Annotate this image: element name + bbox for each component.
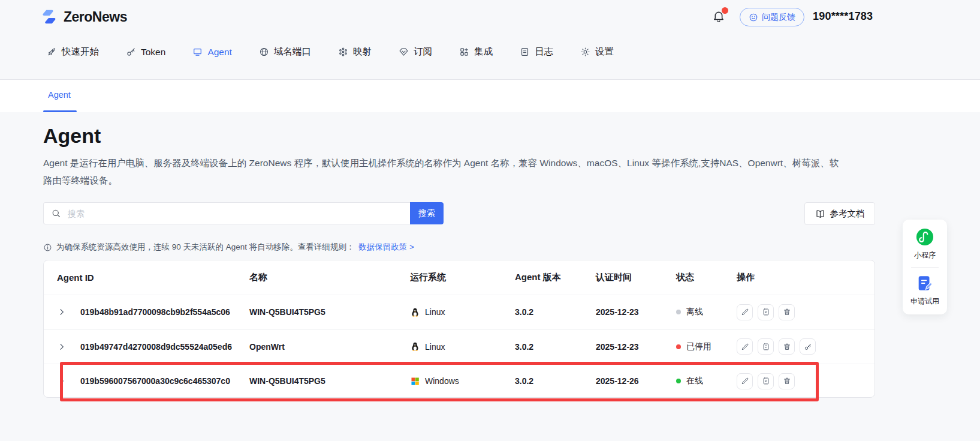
status-text: 已停用 <box>686 341 711 352</box>
nav-item-订阅[interactable]: 订阅 <box>399 46 432 58</box>
miniprogram-icon <box>916 228 934 246</box>
agent-id: 019b596007567000a30c9c6c465307c0 <box>80 376 249 386</box>
log-button[interactable] <box>758 373 774 389</box>
status-dot <box>676 344 681 349</box>
agent-version: 3.0.2 <box>515 307 596 317</box>
status-badge: 已停用 <box>676 341 737 352</box>
subnav-bar: Agent <box>0 80 980 112</box>
linux-penguin-icon <box>410 307 420 317</box>
status-dot <box>676 379 681 383</box>
agent-name: WIN-Q5BUI4T5PG5 <box>249 376 410 386</box>
row-expand-chevron[interactable] <box>57 307 67 317</box>
search-input[interactable] <box>43 202 410 224</box>
notification-badge <box>722 7 728 14</box>
log-button[interactable] <box>758 338 774 355</box>
delete-button[interactable] <box>779 304 795 320</box>
agent-id: 019b48b91ad7700098cb9b2f554a5c06 <box>80 307 249 317</box>
search-button[interactable]: 搜索 <box>410 202 444 224</box>
delete-button[interactable] <box>779 373 795 389</box>
auth-time: 2025-12-23 <box>596 342 676 352</box>
user-phone-number[interactable]: 190****1783 <box>813 10 873 23</box>
key-icon <box>126 47 136 57</box>
diamond-check-icon <box>399 47 409 57</box>
document-icon <box>520 47 530 57</box>
subnav-tab-agent[interactable]: Agent <box>48 90 71 100</box>
agent-name: OpenWrt <box>249 342 410 352</box>
column-header: 状态 <box>676 272 737 283</box>
file-icon <box>762 308 770 316</box>
status-badge: 离线 <box>676 307 737 317</box>
book-icon <box>815 209 825 219</box>
os-name: Linux <box>425 307 445 317</box>
column-header: 认证时间 <box>596 272 676 283</box>
nav-item-域名端口[interactable]: 域名端口 <box>259 46 311 58</box>
notifications-button[interactable] <box>712 10 726 25</box>
row-actions <box>737 338 866 355</box>
trash-icon <box>783 343 791 351</box>
reference-docs-button[interactable]: 参考文档 <box>804 202 875 225</box>
trial-request-label: 申请试用 <box>910 296 939 307</box>
edit-button[interactable] <box>737 373 753 389</box>
edit-button[interactable] <box>737 304 753 320</box>
row-expand-chevron[interactable] <box>57 342 67 352</box>
edit-button[interactable] <box>737 338 753 355</box>
status-text: 离线 <box>686 307 703 317</box>
agent-version: 3.0.2 <box>515 376 596 386</box>
gear-icon <box>580 47 590 57</box>
nav-item-映射[interactable]: 映射 <box>338 46 372 58</box>
floating-side-panel: 小程序 申请试用 <box>903 220 947 314</box>
agent-name: WIN-Q5BUI4T5PG5 <box>249 307 410 317</box>
column-header: 名称 <box>249 272 410 283</box>
column-header: Agent 版本 <box>515 272 596 283</box>
smiley-icon <box>749 13 758 22</box>
nav-item-设置[interactable]: 设置 <box>580 46 614 58</box>
status-dot <box>676 310 681 314</box>
trash-icon <box>783 377 791 385</box>
retention-notice: 为确保系统资源高效使用，连续 90 天未活跃的 Agent 将自动移除。查看详细… <box>43 242 414 253</box>
table-body: 019b48b91ad7700098cb9b2f554a5c06 WIN-Q5B… <box>44 295 875 398</box>
monitor-icon <box>192 47 203 57</box>
miniprogram-label: 小程序 <box>914 250 936 260</box>
feedback-button[interactable]: 问题反馈 <box>740 8 804 26</box>
column-header: Agent ID <box>57 272 249 283</box>
table-row: 019b596007567000a30c9c6c465307c0 WIN-Q5B… <box>44 364 875 398</box>
key-button[interactable] <box>800 338 816 355</box>
page-description: Agent 是运行在用户电脑、服务器及终端设备上的 ZeroNews 程序，默认… <box>43 155 844 189</box>
side-panel-divider <box>911 267 939 268</box>
info-icon <box>43 243 52 252</box>
delete-button[interactable] <box>779 338 795 355</box>
brand-logo[interactable]: ZeroNews <box>40 7 127 26</box>
blocks-plus-icon <box>459 47 469 57</box>
rocket-icon <box>47 47 57 57</box>
file-icon <box>762 343 770 351</box>
brand-name: ZeroNews <box>64 9 127 25</box>
log-button[interactable] <box>758 304 774 320</box>
column-header: 操作 <box>737 272 866 283</box>
nav-item-token[interactable]: Token <box>126 47 165 58</box>
nav-item-集成[interactable]: 集成 <box>459 46 493 58</box>
row-actions <box>737 373 866 389</box>
agent-id: 019b49747d4270008d9dc55524a05ed6 <box>80 342 249 352</box>
trial-doc-icon <box>916 274 934 292</box>
nav-item-快速开始[interactable]: 快速开始 <box>47 46 99 58</box>
miniprogram-button[interactable]: 小程序 <box>914 228 936 260</box>
row-expand-chevron[interactable] <box>57 376 67 386</box>
file-icon <box>762 377 770 385</box>
trial-request-button[interactable]: 申请试用 <box>910 274 939 307</box>
status-badge: 在线 <box>676 376 737 386</box>
page-title: Agent <box>43 124 101 148</box>
table-header-row: Agent ID名称运行系统Agent 版本认证时间状态操作 <box>44 260 875 295</box>
search-bar: 搜索 <box>43 202 444 224</box>
primary-nav: 快速开始 Token Agent 域名端口 映射 订阅 集成 日志 设置 <box>47 46 614 58</box>
status-text: 在线 <box>686 376 703 386</box>
agent-table: Agent ID名称运行系统Agent 版本认证时间状态操作 019b48b91… <box>43 260 875 398</box>
globe-icon <box>259 47 269 57</box>
os-name: Linux <box>425 342 445 352</box>
table-row: 019b49747d4270008d9dc55524a05ed6 OpenWrt… <box>44 329 875 364</box>
retention-policy-link[interactable]: 数据保留政策 > <box>358 242 414 253</box>
pencil-icon <box>741 377 749 385</box>
key-icon <box>804 343 812 351</box>
nav-item-日志[interactable]: 日志 <box>520 46 553 58</box>
zeronews-logo-icon <box>40 7 59 26</box>
nav-item-agent[interactable]: Agent <box>192 47 232 58</box>
